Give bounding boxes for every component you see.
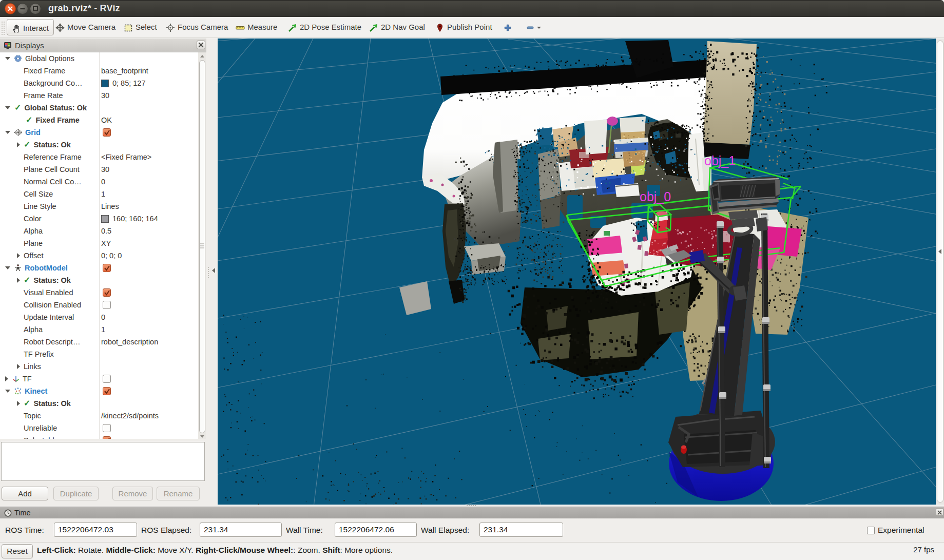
svg-text:obj_0: obj_0 bbox=[640, 189, 671, 204]
svg-text:obj_1: obj_1 bbox=[704, 153, 736, 168]
